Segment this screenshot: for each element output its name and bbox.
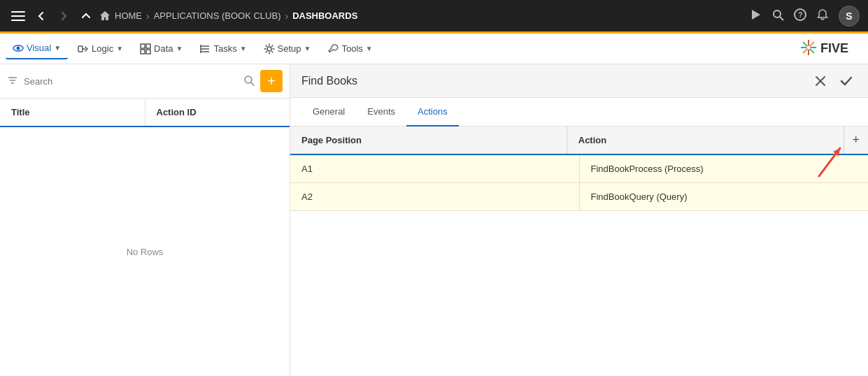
panel-header: Find Books <box>290 64 868 98</box>
top-nav-left: HOME › APPLICATIONS (BOOK CLUB) › DASHBO… <box>8 6 744 26</box>
main-content: + Title Action ID No Rows Find Books <box>0 64 868 376</box>
svg-rect-13 <box>141 50 145 54</box>
cell-action-1: FindBookProcess (Process) <box>580 155 869 182</box>
actions-add-button[interactable]: + <box>844 127 869 153</box>
avatar[interactable]: S <box>839 6 860 27</box>
add-button[interactable]: + <box>260 70 283 92</box>
actions-table: Page Position Action + A1 FindBookProces… <box>290 126 868 376</box>
tab-actions[interactable]: Actions <box>406 98 459 126</box>
svg-rect-14 <box>146 50 150 54</box>
actions-table-header: Page Position Action + <box>290 126 868 155</box>
eye-icon <box>13 43 24 54</box>
cell-page-position-1: A1 <box>290 155 580 182</box>
table-header: Title Action ID <box>0 99 290 127</box>
tools-dropdown-arrow: ▼ <box>366 45 373 52</box>
svg-rect-10 <box>78 46 83 52</box>
toolbar-item-logic[interactable]: Logic ▼ <box>71 39 130 59</box>
svg-marker-3 <box>752 10 760 20</box>
logic-icon <box>78 43 89 55</box>
top-nav-right: ? S <box>749 6 860 27</box>
grid-icon <box>140 43 151 55</box>
svg-point-19 <box>267 47 271 51</box>
table-row: A2 FindBookQuery (Query) <box>290 183 868 211</box>
column-header-title: Title <box>0 99 145 126</box>
breadcrumb-applications[interactable]: APPLICATIONS (BOOK CLUB) <box>154 10 281 21</box>
svg-point-4 <box>774 10 781 17</box>
tools-icon <box>327 43 339 55</box>
toolbar-item-tools[interactable]: Tools ▼ <box>320 39 379 59</box>
svg-rect-2 <box>11 20 25 21</box>
search-bar: + <box>0 64 290 99</box>
panel-title: Find Books <box>301 75 811 87</box>
setup-dropdown-arrow: ▼ <box>304 45 311 52</box>
tab-events[interactable]: Events <box>356 98 406 126</box>
left-panel: + Title Action ID No Rows <box>0 64 290 376</box>
panel-actions <box>811 71 857 92</box>
five-logo: FIVE <box>801 37 857 60</box>
table-row: A1 FindBookProcess (Process) <box>290 155 868 183</box>
actions-col-page-position: Page Position <box>290 126 567 154</box>
check-icon <box>839 73 854 89</box>
search-input[interactable] <box>24 76 238 87</box>
breadcrumb-arrow-2: › <box>285 10 288 22</box>
help-icon[interactable]: ? <box>794 8 806 24</box>
up-arrow-icon[interactable] <box>77 7 95 25</box>
breadcrumb-arrow-1: › <box>146 10 150 22</box>
tasks-dropdown-arrow: ▼ <box>240 45 247 52</box>
close-icon <box>813 74 827 88</box>
cell-page-position-2: A2 <box>290 183 580 210</box>
hamburger-menu-icon[interactable] <box>8 6 28 26</box>
right-panel: Find Books General Events Actions <box>290 64 868 376</box>
top-nav: HOME › APPLICATIONS (BOOK CLUB) › DASHBO… <box>0 0 868 34</box>
svg-rect-11 <box>141 44 145 48</box>
svg-point-9 <box>17 46 20 50</box>
notifications-icon[interactable] <box>816 8 829 24</box>
search-magnify-icon[interactable] <box>243 75 255 88</box>
column-header-action-id: Action ID <box>145 99 290 126</box>
svg-line-30 <box>251 82 254 85</box>
breadcrumb-dashboards[interactable]: DASHBOARDS <box>292 10 357 21</box>
breadcrumb-home[interactable]: HOME <box>99 10 142 22</box>
toolbar-item-tasks[interactable]: Tasks ▼ <box>192 39 253 59</box>
tab-general[interactable]: General <box>301 98 356 126</box>
search-icon[interactable] <box>771 8 784 24</box>
svg-line-5 <box>780 17 783 20</box>
svg-rect-0 <box>11 11 25 13</box>
filter-icon <box>7 75 18 88</box>
data-dropdown-arrow: ▼ <box>176 45 183 52</box>
toolbar-item-visual[interactable]: Visual ▼ <box>6 38 68 59</box>
svg-text:FIVE: FIVE <box>820 41 848 55</box>
svg-rect-12 <box>146 44 150 48</box>
cell-action-2: FindBookQuery (Query) <box>580 183 869 210</box>
no-rows-message: No Rows <box>0 127 290 376</box>
tabs-bar: General Events Actions <box>290 98 868 126</box>
toolbar-item-setup[interactable]: Setup ▼ <box>257 39 318 59</box>
svg-rect-1 <box>11 15 25 17</box>
close-button[interactable] <box>811 71 830 91</box>
logic-dropdown-arrow: ▼ <box>116 45 123 52</box>
toolbar-item-data[interactable]: Data ▼ <box>133 39 190 59</box>
toolbar: Visual ▼ Logic ▼ Data ▼ Tasks ▼ Setup ▼ … <box>0 34 868 64</box>
five-logo-svg: FIVE <box>801 37 857 58</box>
save-button[interactable] <box>836 71 857 92</box>
gear-icon <box>264 43 275 55</box>
svg-point-24 <box>806 45 811 50</box>
forward-arrow-icon[interactable] <box>55 7 73 25</box>
actions-col-action: Action <box>567 126 844 154</box>
svg-text:?: ? <box>798 10 803 19</box>
visual-dropdown-arrow: ▼ <box>54 44 61 52</box>
list-icon <box>199 43 211 55</box>
play-icon[interactable] <box>749 8 762 24</box>
back-arrow-icon[interactable] <box>32 7 50 25</box>
